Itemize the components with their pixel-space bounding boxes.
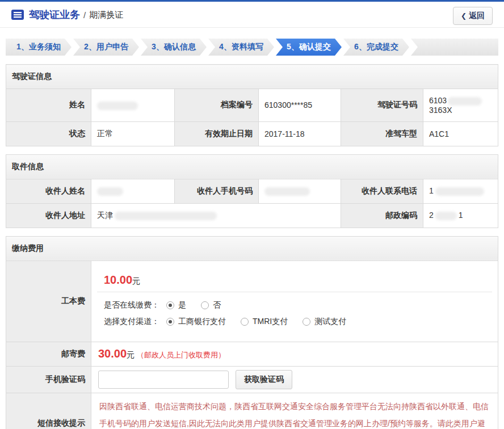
name-value	[91, 89, 175, 122]
fees-title: 缴纳费用	[6, 236, 498, 260]
radio-unchecked-icon[interactable]	[201, 301, 209, 309]
status-value: 正常	[91, 121, 175, 146]
license-business-icon	[11, 10, 24, 20]
table-row: 工本费 10.00元 是否在线缴费： 是 否 选择支付渠道： 工商银行支付 TM…	[6, 260, 498, 342]
table-row: 收件人地址 天津 邮政编码 21	[6, 203, 498, 228]
chevron-left-icon: ❮	[461, 12, 467, 20]
postal-code-label: 邮政编码	[341, 203, 423, 228]
radio-checked-icon[interactable]	[166, 301, 174, 309]
sms-code-input[interactable]	[98, 371, 229, 389]
radio-channel-icbc[interactable]: 工商银行支付	[166, 317, 226, 327]
step-2-user-declaration[interactable]: 2、用户申告	[73, 39, 139, 56]
postage-fee-amount: 30.00	[98, 347, 127, 360]
vehicle-class-label: 准驾车型	[341, 121, 423, 146]
breadcrumb-page: 期满换证	[89, 10, 123, 20]
redacted-value	[435, 212, 457, 220]
breadcrumb: 驾驶证业务 / 期满换证	[11, 8, 493, 22]
payment-channel-question: 选择支付渠道：	[104, 317, 159, 327]
step-progress-bar: 1、业务须知 2、用户申告 3、确认信息 4、资料填写 5、确认提交 6、完成提…	[6, 39, 498, 56]
radio-checked-icon[interactable]	[166, 318, 174, 326]
valid-until-value: 2017-11-18	[259, 121, 341, 146]
production-fee-label: 工本费	[6, 260, 91, 342]
step-4-fill-data[interactable]: 4、资料填写	[208, 39, 274, 56]
breadcrumb-section: 驾驶证业务	[29, 8, 80, 22]
radio-unchecked-icon[interactable]	[241, 318, 249, 326]
license-info-title: 驾驶证信息	[6, 65, 498, 89]
radio-online-pay-no[interactable]: 否	[201, 300, 221, 310]
step-label: 1、业务须知	[16, 42, 61, 52]
recipient-address-label: 收件人地址	[6, 203, 91, 228]
production-fee-amount: 10.00	[104, 274, 132, 286]
radio-unchecked-icon[interactable]	[303, 318, 310, 326]
recipient-name-value	[91, 179, 175, 203]
step-label: 6、完成提交	[354, 42, 398, 52]
table-row: 状态 正常 有效期止日期 2017-11-18 准驾车型 A1C1	[6, 121, 498, 146]
radio-channel-test[interactable]: 测试支付	[303, 317, 346, 327]
sms-notice-cell: 因陕西省联通、电信运营商技术问题，陕西省互联网交通安全综合服务管理平台无法向持陕…	[91, 393, 498, 429]
license-no-value: 61033163X	[423, 89, 498, 122]
table-row: 短信接收提示 因陕西省联通、电信运营商技术问题，陕西省互联网交通安全综合服务管理…	[6, 393, 498, 429]
step-bar-filler	[411, 39, 498, 56]
recipient-phone-prefix: 1	[429, 186, 434, 195]
breadcrumb-divider: /	[83, 10, 86, 20]
postage-fee-cell: 30.00元（邮政人员上门收取费用）	[91, 342, 498, 366]
postage-fee-note: （邮政人员上门收取费用）	[137, 351, 225, 359]
postal-code-suffix: 1	[459, 211, 463, 220]
radio-label: 是	[178, 300, 186, 310]
payment-channel-row: 选择支付渠道： 工商银行支付 TMRI支付 测试支付	[104, 314, 485, 330]
file-no-value: 610300****85	[259, 89, 341, 122]
file-no-label: 档案编号	[175, 89, 259, 122]
sms-code-row: 获取验证码	[98, 370, 491, 389]
redacted-value	[448, 97, 482, 106]
step-3-confirm-info[interactable]: 3、确认信息	[141, 39, 207, 56]
production-fee-unit: 元	[132, 276, 140, 285]
postage-fee-unit: 元	[127, 350, 135, 359]
radio-channel-tmri[interactable]: TMRI支付	[241, 317, 288, 327]
postal-code-prefix: 2	[429, 211, 434, 220]
sms-code-label: 手机验证码	[6, 366, 91, 393]
step-5-confirm-submit[interactable]: 5、确认提交	[276, 39, 342, 56]
pickup-info-panel: 取件信息 收件人姓名 收件人手机号码 收件人联系电话 1 收件人地址 天津 邮政…	[6, 154, 498, 228]
get-sms-code-button[interactable]: 获取验证码	[236, 370, 292, 389]
radio-label: 测试支付	[314, 317, 346, 327]
license-no-suffix: 3163X	[429, 106, 452, 115]
production-fee-cell: 10.00元 是否在线缴费： 是 否 选择支付渠道： 工商银行支付 TMRI支付…	[91, 260, 498, 342]
step-label: 3、确认信息	[152, 42, 196, 52]
redacted-value	[115, 212, 217, 220]
step-label: 2、用户申告	[84, 42, 128, 52]
redacted-value	[435, 187, 484, 196]
online-payment-question: 是否在线缴费：	[104, 300, 159, 310]
back-button[interactable]: ❮返回	[453, 7, 493, 25]
postal-code-value: 21	[423, 203, 498, 228]
postage-fee-label: 邮寄费	[6, 342, 91, 366]
radio-label: TMRI支付	[253, 317, 288, 327]
table-row: 手机验证码 获取验证码	[6, 366, 498, 393]
online-payment-row: 是否在线缴费： 是 否	[104, 297, 485, 314]
redacted-value	[264, 187, 310, 196]
step-label: 4、资料填写	[219, 42, 263, 52]
step-1-business-notice[interactable]: 1、业务须知	[6, 39, 72, 56]
payment-options-area: 是否在线缴费： 是 否 选择支付渠道： 工商银行支付 TMRI支付 测试支付	[97, 292, 492, 335]
radio-online-pay-yes[interactable]: 是	[166, 300, 186, 310]
recipient-address-value: 天津	[91, 203, 341, 228]
recipient-phone-value: 1	[423, 179, 498, 203]
fees-panel: 缴纳费用 工本费 10.00元 是否在线缴费： 是 否 选择支付渠道： 工商银行…	[6, 236, 498, 429]
page-header: 驾驶证业务 / 期满换证 ❮返回	[0, 2, 504, 28]
pickup-info-title: 取件信息	[6, 154, 498, 179]
step-label: 5、确认提交	[287, 42, 331, 52]
table-row: 姓名 档案编号 610300****85 驾驶证号码 61033163X	[6, 89, 498, 122]
table-row: 收件人姓名 收件人手机号码 收件人联系电话 1	[6, 179, 498, 203]
license-info-panel: 驾驶证信息 姓名 档案编号 610300****85 驾驶证号码 6103316…	[6, 64, 498, 146]
back-button-label: 返回	[469, 11, 485, 20]
step-6-complete-submit[interactable]: 6、完成提交	[343, 39, 409, 56]
license-no-label: 驾驶证号码	[341, 89, 423, 122]
vehicle-class-value: A1C1	[423, 121, 498, 146]
redacted-value	[97, 102, 138, 110]
sms-notice-text: 因陕西省联通、电信运营商技术问题，陕西省互联网交通安全综合服务管理平台无法向持陕…	[98, 397, 491, 429]
recipient-mobile-value	[259, 179, 341, 203]
license-no-prefix: 6103	[429, 96, 447, 105]
table-row: 邮寄费 30.00元（邮政人员上门收取费用）	[6, 342, 498, 366]
radio-label: 工商银行支付	[178, 317, 226, 327]
sms-notice-label: 短信接收提示	[6, 393, 91, 429]
production-fee-amount-row: 10.00元	[97, 268, 492, 292]
